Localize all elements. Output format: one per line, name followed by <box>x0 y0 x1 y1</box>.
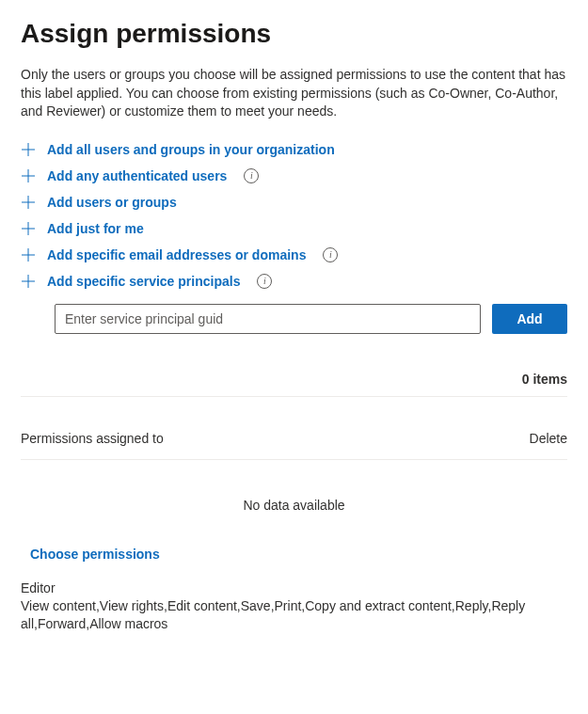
plus-icon <box>21 142 36 157</box>
plus-icon <box>21 168 36 183</box>
add-button[interactable]: Add <box>492 304 567 334</box>
page-description: Only the users or groups you choose will… <box>21 66 567 121</box>
info-icon[interactable]: i <box>323 247 338 262</box>
add-email-action[interactable]: Add specific email addresses or domains … <box>21 242 567 268</box>
page-title: Assign permissions <box>21 19 567 49</box>
add-all-users-action[interactable]: Add all users and groups in your organiz… <box>21 136 567 163</box>
add-service-principals-action[interactable]: Add specific service principals i <box>21 268 567 294</box>
add-authenticated-action[interactable]: Add any authenticated users i <box>21 163 567 189</box>
permission-role-details: View content,View rights,Edit content,Sa… <box>21 597 567 634</box>
add-email-label: Add specific email addresses or domains <box>47 247 306 262</box>
plus-icon <box>21 221 36 236</box>
add-authenticated-label: Add any authenticated users <box>47 168 227 183</box>
table-header: Permissions assigned to Delete <box>21 418 567 460</box>
plus-icon <box>21 195 36 210</box>
items-count: 0 items <box>21 372 567 397</box>
add-me-action[interactable]: Add just for me <box>21 215 567 242</box>
column-permissions-assigned: Permissions assigned to <box>21 431 164 446</box>
add-all-users-label: Add all users and groups in your organiz… <box>47 142 335 157</box>
service-principal-input-row: Add <box>21 304 567 334</box>
plus-icon <box>21 247 36 262</box>
add-me-label: Add just for me <box>47 221 144 236</box>
add-users-groups-label: Add users or groups <box>47 195 177 210</box>
add-users-groups-action[interactable]: Add users or groups <box>21 189 567 215</box>
permission-role-name: Editor <box>21 580 567 595</box>
choose-permissions-link[interactable]: Choose permissions <box>21 541 567 580</box>
info-icon[interactable]: i <box>257 274 272 289</box>
add-service-principals-label: Add specific service principals <box>47 274 240 289</box>
plus-icon <box>21 274 36 289</box>
info-icon[interactable]: i <box>244 168 259 183</box>
table-empty-state: No data available <box>21 460 567 541</box>
service-principal-input[interactable] <box>55 304 481 334</box>
column-delete: Delete <box>530 431 567 446</box>
